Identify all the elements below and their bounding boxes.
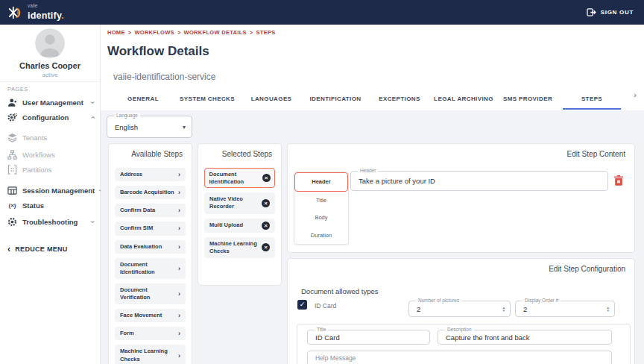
- sidebar-item-status[interactable]: (×) Status: [7, 199, 94, 211]
- selected-step-native-video-recorder[interactable]: Native Video Recorder×: [204, 192, 275, 213]
- available-steps-panel: Available Steps Address› Barcode Acquisi…: [108, 143, 192, 364]
- available-step-confirm-sim[interactable]: Confirm SIM›: [115, 222, 186, 235]
- delete-content-button[interactable]: [614, 175, 623, 186]
- breadcrumb-home[interactable]: HOME: [107, 29, 125, 36]
- sidebar-item-label: Troubleshooting: [22, 218, 78, 226]
- id-card-config-box: Title ID Card Description Capture the fr…: [297, 324, 631, 364]
- available-step-form[interactable]: Form›: [115, 327, 186, 340]
- available-step-document-verification[interactable]: Document Verification›: [115, 283, 186, 304]
- description-input[interactable]: Description Capture the front and back: [438, 330, 612, 345]
- selected-steps-list: Document Identification× Native Video Re…: [204, 168, 275, 258]
- available-step-face-movement[interactable]: Face Movement›: [115, 309, 186, 322]
- number-stepper-icon[interactable]: ▴▾: [502, 306, 505, 312]
- page-subtitle: vaiie-identification-service: [113, 72, 215, 82]
- available-step-data-evaluation[interactable]: Data Evaluation›: [115, 240, 186, 254]
- remove-step-icon[interactable]: ×: [262, 243, 270, 251]
- available-step-confirm-data[interactable]: Confirm Data›: [115, 204, 186, 217]
- breadcrumb: HOME > WORKFLOWS > WORKFLOW DETAILS > ST…: [107, 29, 276, 36]
- sidebar-item-troubleshooting[interactable]: Troubleshooting ›: [7, 216, 94, 228]
- chevron-right-icon: ›: [178, 290, 180, 298]
- sidebar-item-workflows[interactable]: Workflows: [7, 148, 94, 160]
- reduce-menu-button[interactable]: ‹ REDUCE MENU: [7, 244, 68, 254]
- chevron-down-icon: ›: [89, 220, 97, 222]
- app-screen: vaiie identify. SIGN OUT Charles Cooper …: [0, 0, 644, 364]
- check-icon: ✓: [300, 301, 306, 308]
- title-input[interactable]: Title ID Card: [307, 330, 430, 345]
- selected-step-machine-learning-checks[interactable]: Machine Learning Checks×: [204, 237, 275, 258]
- language-select-value: English: [107, 116, 192, 137]
- tab-legal-archiving[interactable]: LEGAL ARCHIVING: [432, 89, 496, 110]
- avatar[interactable]: [35, 28, 65, 58]
- selected-step-document-identification[interactable]: Document Identification×: [204, 168, 275, 188]
- tab-languages[interactable]: LANGUAGES: [239, 89, 303, 110]
- sidebar-divider: [0, 81, 100, 82]
- brand-logo[interactable]: vaiie identify.: [7, 4, 64, 22]
- breadcrumb-separator: >: [128, 29, 132, 36]
- help-message-input[interactable]: Help Message: [307, 351, 612, 364]
- help-message-placeholder: Help Message: [308, 351, 611, 364]
- header-field-label: Header: [358, 169, 378, 174]
- starburst-logo-icon: [7, 4, 24, 21]
- sidebar-item-user-management[interactable]: User Management ›: [7, 96, 94, 108]
- content-tab-title[interactable]: Title: [294, 192, 348, 210]
- chevron-right-icon: ›: [178, 243, 180, 251]
- content-tab-header[interactable]: Header: [294, 172, 348, 192]
- language-select[interactable]: Language English ▾: [107, 116, 192, 138]
- chevron-left-icon: ‹: [7, 244, 10, 254]
- tab-general[interactable]: GENERAL: [111, 89, 175, 110]
- sidebar-item-label: Workflows: [22, 151, 55, 159]
- sidebar-item-partitions[interactable]: Partitions: [7, 163, 94, 175]
- remove-step-icon[interactable]: ×: [262, 174, 271, 182]
- chevron-right-icon: ›: [178, 312, 180, 319]
- chevron-down-icon: ›: [89, 101, 97, 103]
- document-allowed-types-label: Document allowed types: [301, 287, 379, 295]
- configuration-icon: [7, 113, 17, 122]
- display-order-input[interactable]: Display Order # 2 ▴▾: [515, 301, 615, 317]
- tab-identification[interactable]: IDENTIFICATION: [303, 89, 367, 110]
- edit-step-configuration-panel: Edit Step Configuration Document allowed…: [287, 258, 635, 364]
- sidebar-item-label: Partitions: [22, 166, 52, 174]
- sidebar-section-label: PAGES: [7, 86, 28, 92]
- breadcrumb-workflows[interactable]: WORKFLOWS: [134, 29, 174, 36]
- breadcrumb-steps[interactable]: STEPS: [256, 29, 276, 36]
- available-steps-list: Address› Barcode Acquisition› Confirm Da…: [115, 168, 186, 364]
- id-card-checkbox[interactable]: ✓: [297, 300, 307, 310]
- header-field-value: Take a picture of your ID: [351, 172, 607, 190]
- remove-step-icon[interactable]: ×: [262, 199, 270, 207]
- selected-steps-title: Selected Steps: [222, 150, 272, 158]
- available-step-document-identification[interactable]: Document Identification›: [115, 258, 186, 279]
- session-management-icon: [7, 186, 17, 195]
- sidebar-item-session-management[interactable]: Session Management ›: [7, 184, 94, 196]
- tab-exceptions[interactable]: EXCEPTIONS: [367, 89, 432, 110]
- sidebar-item-tenants[interactable]: Tenants: [7, 131, 94, 143]
- partitions-icon: [7, 165, 17, 175]
- edit-step-content-title: Edit Step Content: [567, 150, 625, 158]
- sign-out-button[interactable]: SIGN OUT: [587, 8, 634, 16]
- sidebar-item-configuration[interactable]: Configuration ›: [7, 111, 94, 123]
- content-tab-body[interactable]: Body: [294, 209, 348, 227]
- workflows-icon: [7, 150, 17, 160]
- dropdown-arrow-icon: ▾: [183, 124, 186, 131]
- tab-system-checks[interactable]: SYSTEM CHECKS: [175, 89, 239, 110]
- sidebar-item-label: User Management: [22, 98, 83, 107]
- selected-step-multi-upload[interactable]: Multi Upload×: [204, 219, 275, 233]
- tab-sms-provider[interactable]: SMS PROVIDER: [496, 89, 560, 110]
- available-step-address[interactable]: Address›: [115, 168, 186, 181]
- sidebar-item-label: Configuration: [22, 113, 69, 122]
- number-of-pictures-input[interactable]: Number of pictures 2 ▴▾: [408, 301, 511, 317]
- chevron-right-icon: ›: [178, 207, 180, 214]
- steps-content-area: Language English ▾ Available Steps Addre…: [101, 110, 644, 364]
- topbar: vaiie identify. SIGN OUT: [0, 0, 644, 25]
- chevron-right-icon: ›: [178, 330, 180, 337]
- edit-step-configuration-title: Edit Step Configuration: [549, 265, 625, 273]
- available-step-barcode-acquisition[interactable]: Barcode Acquisition›: [115, 186, 186, 199]
- available-step-machine-learning-checks[interactable]: Machine Learning Checks›: [115, 345, 186, 364]
- remove-step-icon[interactable]: ×: [262, 222, 270, 230]
- number-stepper-icon[interactable]: ▴▾: [607, 306, 609, 312]
- breadcrumb-workflow-details[interactable]: WORKFLOW DETAILS: [184, 29, 247, 36]
- header-text-input[interactable]: Header Take a picture of your ID: [350, 171, 608, 191]
- tenants-icon: [7, 133, 17, 142]
- content-tab-duration[interactable]: Duration: [294, 227, 348, 245]
- tab-steps[interactable]: STEPS: [560, 89, 624, 110]
- tabs-scroll-right-icon[interactable]: ›: [634, 90, 637, 99]
